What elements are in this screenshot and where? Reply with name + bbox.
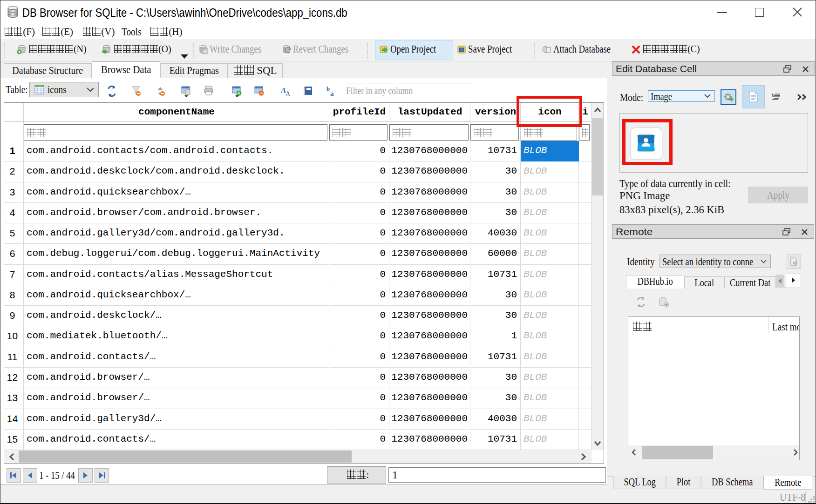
svg-text:b: b bbox=[326, 85, 330, 92]
svg-text:a: a bbox=[330, 90, 334, 97]
svg-text:A: A bbox=[286, 90, 291, 97]
